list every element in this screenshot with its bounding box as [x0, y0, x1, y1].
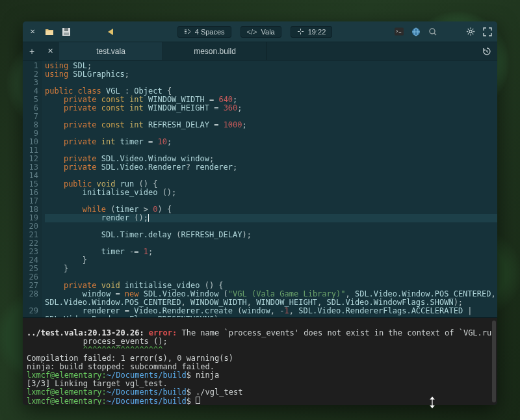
code-area[interactable]: using SDL;using SDLGraphics; public clas… [42, 60, 497, 317]
maximize-icon[interactable] [483, 27, 492, 36]
terminal-cmd: ./vgl_test [196, 387, 242, 397]
error-label: error: [149, 328, 177, 337]
terminal-scrollbar[interactable] [492, 321, 496, 402]
link-line: [3/3] Linking target vgl_test. [27, 379, 168, 388]
svg-rect-1 [64, 33, 69, 35]
settings-icon[interactable] [466, 27, 475, 36]
code-editor[interactable]: 1234567891011121314151617181920212223242… [23, 60, 497, 317]
error-snippet: process_events (); [27, 337, 168, 346]
indent-label: 4 Spaces [195, 28, 225, 36]
file-tab-meson-build[interactable]: meson.build [163, 42, 267, 60]
close-icon[interactable] [28, 27, 37, 36]
save-icon[interactable] [62, 27, 71, 36]
cursor-position[interactable]: 19:22 [291, 26, 333, 38]
tab-label: meson.build [194, 47, 236, 56]
close-tab-button[interactable]: ✕ [41, 42, 59, 60]
language-label: Vala [261, 28, 275, 36]
editor-window: 4 Spaces </> Vala 19:22 [23, 21, 497, 405]
browser-icon[interactable] [411, 27, 421, 36]
prompt-user: lxmcf@elementary [27, 371, 102, 380]
history-icon[interactable] [476, 42, 497, 60]
svg-rect-2 [64, 28, 68, 31]
terminal-panel[interactable]: ../test.vala:20.13-20.26: error: The nam… [23, 317, 497, 405]
ninja-fail-line: ninja: build stopped: subcommand failed. [27, 362, 214, 371]
svg-point-6 [430, 29, 435, 34]
tab-label: test.vala [96, 47, 125, 56]
svg-point-7 [469, 30, 472, 33]
error-location: ../test.vala:20.13-20.26: [27, 328, 144, 337]
open-folder-icon[interactable] [45, 27, 54, 36]
terminal-icon[interactable] [395, 27, 404, 36]
terminal-cursor [196, 397, 200, 404]
search-icon[interactable] [428, 27, 437, 36]
terminal-cmd: ninja [196, 371, 219, 380]
revert-icon[interactable] [106, 27, 115, 36]
indent-selector[interactable]: 4 Spaces [177, 26, 231, 38]
prompt-path: ~/Documents/build [107, 371, 187, 380]
new-tab-button[interactable]: + [23, 42, 41, 60]
error-message: The name `process_events' does not exist… [177, 328, 497, 337]
compile-fail-line: Compilation failed: 1 error(s), 0 warnin… [27, 354, 233, 363]
cursor-position-label: 19:22 [308, 28, 326, 36]
language-selector[interactable]: </> Vala [240, 26, 281, 38]
error-caret-line: ^^^^^^^^^^^^^^^^^ [27, 345, 163, 354]
title-bar: 4 Spaces </> Vala 19:22 [23, 21, 497, 42]
line-number-gutter: 1234567891011121314151617181920212223242… [23, 60, 42, 317]
svg-rect-3 [395, 27, 404, 35]
tab-bar: + ✕ test.vala meson.build [23, 42, 497, 60]
file-tab-test-vala[interactable]: test.vala [59, 42, 163, 60]
